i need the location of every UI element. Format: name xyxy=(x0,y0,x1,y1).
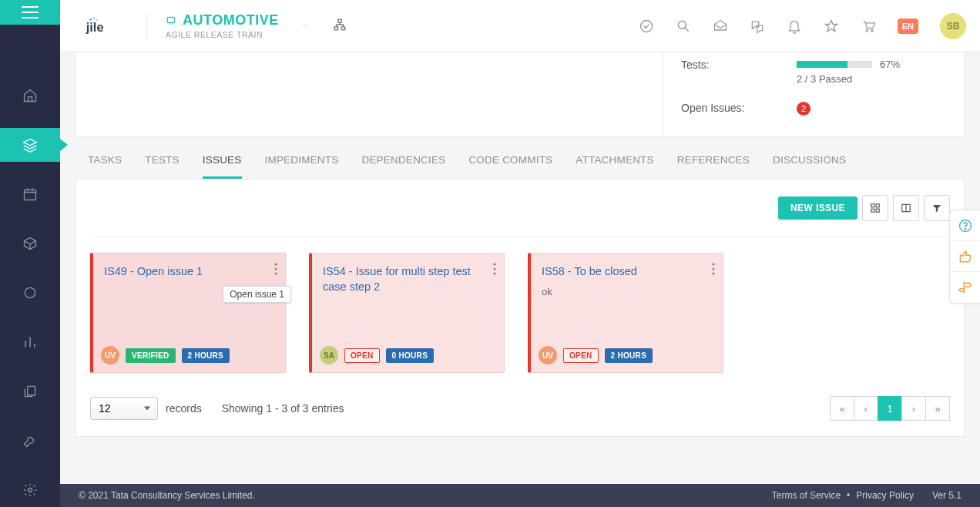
terms-link[interactable]: Terms of Service xyxy=(772,490,841,501)
assignee-avatar: UV xyxy=(101,346,119,364)
star-icon xyxy=(824,18,839,34)
issue-card[interactable]: IS58 - To be closed ok UV OPEN 2 HOURS xyxy=(528,253,723,373)
tab-references[interactable]: REFERENCES xyxy=(677,145,750,179)
nav-docs[interactable] xyxy=(0,374,60,408)
nav-home[interactable] xyxy=(0,79,60,112)
gear-icon xyxy=(22,482,38,498)
version-text: Ver 5.1 xyxy=(932,490,962,501)
nav-calendar[interactable] xyxy=(0,177,60,211)
grid-icon xyxy=(870,203,881,213)
sidebar-toggle[interactable] xyxy=(0,0,60,25)
svg-rect-18 xyxy=(871,209,874,212)
copy-icon xyxy=(22,384,38,399)
issue-card[interactable]: IS54 - Issue for multi step test case st… xyxy=(309,253,505,373)
chart-icon xyxy=(22,334,38,350)
chevron-down-icon xyxy=(300,20,310,32)
svg-rect-19 xyxy=(876,209,879,212)
tab-dependencies[interactable]: DEPENDENCIES xyxy=(361,145,445,179)
new-issue-button[interactable]: NEW ISSUE xyxy=(778,196,858,220)
tab-attachments[interactable]: ATTACHMENTS xyxy=(576,145,653,179)
user-avatar[interactable]: SB xyxy=(940,13,966,39)
project-selector[interactable]: AUTOMOTIVE AGILE RELEASE TRAIN xyxy=(146,12,325,39)
search-icon xyxy=(676,18,691,34)
footer: © 2021 Tata Consultancy Services Limited… xyxy=(60,484,980,507)
panel-toolbar: NEW ISSUE xyxy=(90,195,950,237)
svg-rect-8 xyxy=(167,17,174,22)
open-issues-metric: Open Issues: 2 xyxy=(681,102,945,116)
tests-label: Tests: xyxy=(681,59,797,71)
copyright: © 2021 Tata Consultancy Services Limited… xyxy=(79,490,255,501)
svg-rect-10 xyxy=(334,27,338,30)
help-button[interactable] xyxy=(950,210,980,241)
dots-vertical-icon xyxy=(274,263,277,275)
svg-point-14 xyxy=(866,29,868,32)
page-size-select[interactable]: 12 xyxy=(90,397,158,420)
pagination: « ‹ 1 › » xyxy=(831,396,950,421)
tab-tasks[interactable]: TASKS xyxy=(88,145,122,179)
thumbs-up-icon xyxy=(958,249,973,264)
tab-tests[interactable]: TESTS xyxy=(145,145,180,179)
hierarchy-button[interactable] xyxy=(333,18,347,34)
filter-button[interactable] xyxy=(924,195,950,221)
dots-vertical-icon xyxy=(493,263,496,275)
tab-discussions[interactable]: DISCUSSIONS xyxy=(773,145,846,179)
inbox-button[interactable] xyxy=(713,18,728,34)
signpost-icon xyxy=(958,280,973,295)
sidebar-nav xyxy=(0,25,60,507)
page-number[interactable]: 1 xyxy=(878,396,902,421)
card-menu-button[interactable] xyxy=(712,263,715,277)
language-switch[interactable]: EN xyxy=(898,18,918,34)
project-name-text: AUTOMOTIVE xyxy=(183,12,279,29)
title-tooltip: Open issue 1 xyxy=(223,286,291,303)
sidebar xyxy=(0,0,60,507)
tab-impediments[interactable]: IMPEDIMENTS xyxy=(265,145,339,179)
svg-point-31 xyxy=(965,228,965,229)
chat-icon xyxy=(750,18,765,34)
notifications-button[interactable] xyxy=(787,18,802,34)
tour-button[interactable] xyxy=(950,272,980,303)
view-columns-button[interactable] xyxy=(893,195,919,221)
cart-button[interactable] xyxy=(861,18,876,34)
svg-point-27 xyxy=(712,263,714,265)
approve-button[interactable] xyxy=(639,18,654,34)
nav-settings[interactable] xyxy=(0,473,60,507)
tests-metric: Tests: 67% 2 / 3 Passed xyxy=(681,59,945,85)
issues-panel: NEW ISSUE IS49 - Open issue 1 Open issue… xyxy=(76,179,965,437)
svg-text:jile: jile xyxy=(86,19,104,33)
tab-issues[interactable]: ISSUES xyxy=(203,145,242,179)
nav-loop[interactable] xyxy=(0,276,60,310)
issue-title[interactable]: IS58 - To be closed xyxy=(542,264,712,280)
tab-code-commits[interactable]: CODE COMMITS xyxy=(468,145,552,179)
privacy-link[interactable]: Privacy Policy xyxy=(856,490,914,501)
open-issues-count: 2 xyxy=(797,102,811,116)
svg-point-21 xyxy=(274,263,277,265)
tests-pct: 67% xyxy=(880,59,900,70)
issue-title[interactable]: IS54 - Issue for multi step test case st… xyxy=(323,264,493,294)
app-logo[interactable]: jile xyxy=(85,11,125,42)
assignee-avatar: SA xyxy=(320,346,338,364)
chat-button[interactable] xyxy=(750,18,765,34)
issue-title[interactable]: IS49 - Open issue 1 xyxy=(104,264,274,280)
svg-rect-2 xyxy=(28,386,35,395)
nav-analytics[interactable] xyxy=(0,325,60,359)
card-menu-button[interactable] xyxy=(274,263,277,277)
nav-backlog[interactable] xyxy=(0,128,60,162)
page-next[interactable]: › xyxy=(901,396,926,421)
page-first[interactable]: « xyxy=(830,396,854,421)
page-last[interactable]: » xyxy=(925,396,950,421)
favorites-button[interactable] xyxy=(824,18,839,34)
loop-icon xyxy=(22,285,38,301)
nav-tools[interactable] xyxy=(0,424,60,458)
layers-icon xyxy=(22,137,38,153)
issue-card[interactable]: IS49 - Open issue 1 Open issue 1 UV VERI… xyxy=(90,253,286,373)
page-prev[interactable]: ‹ xyxy=(854,396,878,421)
check-circle-icon xyxy=(639,18,654,34)
tests-progress xyxy=(797,61,872,68)
help-icon xyxy=(958,218,973,233)
search-button[interactable] xyxy=(676,18,691,34)
nav-box[interactable] xyxy=(0,227,60,260)
svg-rect-11 xyxy=(341,27,345,30)
view-grid-button[interactable] xyxy=(862,195,888,221)
card-menu-button[interactable] xyxy=(493,263,496,277)
like-button[interactable] xyxy=(950,241,980,272)
